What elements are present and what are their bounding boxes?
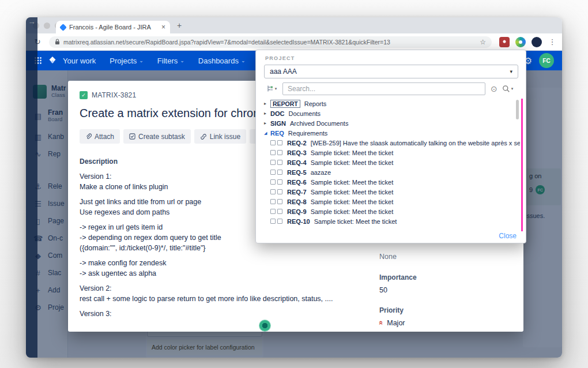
popup-toolbar: ▾ ⊙ ▾ <box>263 82 519 95</box>
tree-collapsed-icon[interactable]: ▸ <box>264 111 270 116</box>
minimize-window-button[interactable] <box>44 22 50 29</box>
priority-label: Priority <box>379 306 404 314</box>
link-issue-button[interactable]: Link issue <box>194 129 246 144</box>
popup-scrollbar[interactable] <box>516 100 519 119</box>
nav-filters[interactable]: Filters ⌄ <box>157 57 184 65</box>
paperclip-icon <box>85 133 92 140</box>
issue-type-icon: ✓ <box>80 91 88 99</box>
extension-popup: PROJECT aaa AAA ▾ ▾ ⊙ ▾ <box>255 50 526 243</box>
tree-item-req-2[interactable]: REQ-2 [WEB-259] Have the slaask automati… <box>256 138 520 148</box>
checkbox-secondary[interactable] <box>277 150 282 155</box>
tree-collapsed-icon[interactable]: ▸ <box>264 121 270 126</box>
browser-window: Francois - Agile Board - JIRA × + ← → ↻ … <box>26 17 562 358</box>
tree-item-req-10[interactable]: REQ-10 Sample ticket: Meet the ticket <box>256 216 520 226</box>
jira-favicon <box>59 24 67 31</box>
chevron-down-icon: ⌄ <box>139 58 144 63</box>
chevron-down-icon: ⌄ <box>241 58 246 63</box>
checkbox-secondary[interactable] <box>277 219 282 224</box>
browser-toolbar: ← → ↻ matrixreq.atlassian.net/secure/Rap… <box>26 33 562 51</box>
issue-key[interactable]: MATRIX-3821 <box>92 91 136 99</box>
url-text: matrixreq.atlassian.net/secure/RapidBoar… <box>63 39 476 46</box>
search-options-button[interactable]: ▾ <box>502 85 514 93</box>
tree-item-req-4[interactable]: REQ-4 Sample ticket: Meet the ticket <box>256 157 520 167</box>
importance-label: Importance <box>379 273 417 281</box>
checkbox-select[interactable] <box>270 209 276 214</box>
tree-item-req-6[interactable]: REQ-6 Sample ticket: Meet the ticket <box>256 177 520 187</box>
checkbox-select[interactable] <box>270 140 276 145</box>
target-icon[interactable]: ⊙ <box>491 84 497 93</box>
tab-title: Francois - Agile Board - JIRA <box>69 24 158 31</box>
checkbox-select[interactable] <box>270 199 276 204</box>
user-avatar[interactable]: FC <box>539 53 554 68</box>
tree-node-sign[interactable]: ▸ SIGN Archived Documents <box>256 118 520 128</box>
requirements-tree: ▸ REPORT Reports ▸ DOC Documents ▸ SIGN … <box>256 99 520 230</box>
checkbox-select[interactable] <box>270 189 276 194</box>
checkbox-secondary[interactable] <box>277 160 282 165</box>
card-avatar <box>259 320 271 332</box>
browser-tab[interactable]: Francois - Agile Board - JIRA × <box>56 21 170 33</box>
search-input[interactable] <box>282 82 485 95</box>
checkbox-secondary[interactable] <box>277 199 282 204</box>
project-select[interactable]: aaa AAA ▾ <box>264 65 518 78</box>
close-popup-link[interactable]: Close <box>499 232 517 240</box>
checkbox-select[interactable] <box>270 170 276 175</box>
search-icon <box>502 85 510 93</box>
link-icon <box>200 133 207 140</box>
extension-icon-matrix[interactable] <box>515 37 526 47</box>
tree-expanded-icon[interactable]: ◢ <box>264 131 270 136</box>
nav-dashboards[interactable]: Dashboards ⌄ <box>198 57 246 65</box>
tree-item-req-5[interactable]: REQ-5 aazaze <box>256 167 520 177</box>
caret-down-icon: ▾ <box>275 87 277 91</box>
attach-button[interactable]: Attach <box>80 129 120 144</box>
checkbox-secondary[interactable] <box>277 170 282 175</box>
tree-item-req-7[interactable]: REQ-7 Sample ticket: Meet the ticket <box>256 187 520 197</box>
bookmark-star-icon[interactable]: ☆ <box>480 38 486 46</box>
close-tab-icon[interactable]: × <box>161 23 165 31</box>
checkbox-secondary[interactable] <box>277 189 282 194</box>
checkbox-secondary[interactable] <box>277 179 282 185</box>
checkbox-select[interactable] <box>270 150 276 155</box>
importance-value[interactable]: 50 <box>379 286 387 294</box>
new-tab-button[interactable]: + <box>177 21 182 30</box>
nav-projects[interactable]: Projects ⌄ <box>110 57 144 65</box>
checkbox-select[interactable] <box>270 160 276 165</box>
nav-your-work[interactable]: Your work <box>63 57 96 65</box>
lock-icon <box>55 39 60 45</box>
address-bar[interactable]: matrixreq.atlassian.net/secure/RapidBoar… <box>49 36 492 48</box>
project-label: PROJECT <box>265 55 295 61</box>
tree-icon <box>266 85 274 92</box>
priority-major-icon: « <box>377 321 386 325</box>
caret-down-icon: ▾ <box>511 87 514 91</box>
field-value-none[interactable]: None <box>379 253 397 261</box>
accent-scroll-indicator <box>521 99 523 231</box>
extension-icon-red[interactable] <box>499 37 510 47</box>
tree-view-button[interactable]: ▾ <box>263 82 280 95</box>
tree-node-report[interactable]: ▸ REPORT Reports <box>256 99 520 108</box>
browser-menu-icon[interactable]: ⋮ <box>548 37 556 46</box>
browser-profile-avatar[interactable] <box>532 37 542 47</box>
priority-value[interactable]: « Major <box>379 318 405 327</box>
tree-node-doc[interactable]: ▸ DOC Documents <box>256 108 520 118</box>
subtask-icon <box>129 133 135 140</box>
select-caret-icon: ▾ <box>510 69 512 74</box>
tree-item-req-8[interactable]: REQ-8 Sample ticket: Meet the ticket <box>256 197 520 206</box>
checkbox-select[interactable] <box>270 219 276 224</box>
tree-item-req-9[interactable]: REQ-9 Sample ticket: Meet the ticket <box>256 206 520 216</box>
checkbox-secondary[interactable] <box>277 209 282 214</box>
jira-logo[interactable] <box>48 56 57 65</box>
create-subtask-button[interactable]: Create subtask <box>123 129 191 144</box>
tree-collapsed-icon[interactable]: ▸ <box>264 101 270 106</box>
tree-node-req[interactable]: ◢ REQ Requirements <box>256 128 520 138</box>
tab-strip: Francois - Agile Board - JIRA × + <box>26 17 562 33</box>
tree-item-req-3[interactable]: REQ-3 Sample ticket: Meet the ticket <box>256 148 520 157</box>
checkbox-select[interactable] <box>270 179 276 185</box>
chevron-down-icon: ⌄ <box>180 58 184 63</box>
checkbox-secondary[interactable] <box>277 140 282 145</box>
